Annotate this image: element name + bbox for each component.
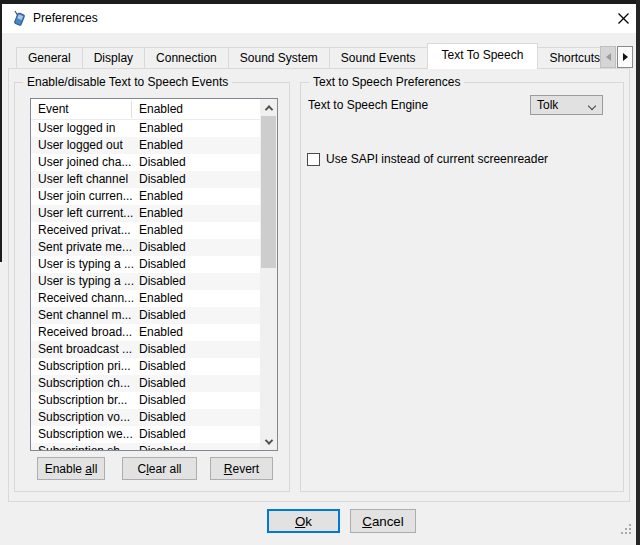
- event-cell: Sent channel m...: [38, 307, 131, 324]
- event-cell: User logged out: [38, 137, 123, 154]
- chevron-down-icon: [264, 436, 272, 444]
- sapi-checkbox[interactable]: [307, 153, 320, 166]
- app-icon: [11, 10, 28, 27]
- chevron-down-icon: [588, 102, 596, 110]
- list-item[interactable]: User left channelDisabled: [31, 171, 260, 188]
- enabled-cell: Disabled: [139, 154, 186, 171]
- list-item[interactable]: User is typing a ...Disabled: [31, 256, 260, 273]
- tts-engine-dropdown[interactable]: Tolk: [530, 95, 603, 115]
- scrollbar-up-button[interactable]: [260, 99, 277, 116]
- event-cell: Received chann...: [38, 290, 134, 307]
- enabled-cell: Enabled: [139, 120, 183, 137]
- list-item[interactable]: Received chann...Enabled: [31, 290, 260, 307]
- event-cell: Received broad...: [38, 324, 132, 341]
- arrow-right-icon: [623, 53, 628, 61]
- event-cell: User is typing a ...: [38, 273, 134, 290]
- desktop-edge-left: [0, 4, 2, 262]
- list-item[interactable]: Sent private me...Disabled: [31, 239, 260, 256]
- enabled-cell: Enabled: [139, 137, 183, 154]
- enabled-cell: Disabled: [139, 409, 186, 426]
- event-cell: Sent private me...: [38, 239, 132, 256]
- list-item[interactable]: User joined cha...Disabled: [31, 154, 260, 171]
- event-cell: Subscription br...: [38, 392, 127, 409]
- list-item[interactable]: Received broad...Enabled: [31, 324, 260, 341]
- enabled-cell: Disabled: [139, 273, 186, 290]
- arrow-left-icon: [606, 53, 611, 61]
- event-cell: User logged in: [38, 120, 115, 137]
- event-cell: Subscription we...: [38, 426, 133, 443]
- clear-all-button[interactable]: Clear all: [122, 457, 197, 480]
- list-item[interactable]: Subscription pri...Disabled: [31, 358, 260, 375]
- enabled-cell: Enabled: [139, 188, 183, 205]
- label-part: C: [362, 514, 372, 529]
- tab-text-to-speech[interactable]: Text To Speech: [427, 43, 539, 69]
- column-separator: [131, 101, 132, 118]
- column-header-event[interactable]: Event: [38, 99, 69, 120]
- tts-events-group-title: Enable/disable Text to Speech Events: [23, 75, 232, 89]
- list-item[interactable]: Subscription sh...Disabled: [31, 443, 260, 450]
- list-item[interactable]: User left current...Enabled: [31, 205, 260, 222]
- enabled-cell: Disabled: [139, 171, 186, 188]
- tab-bar: GeneralDisplayConnectionSound SystemSoun…: [16, 43, 600, 69]
- label-part: O: [295, 514, 305, 529]
- enabled-cell: Disabled: [139, 375, 186, 392]
- tts-event-list: Event Enabled User logged inEnabledUser …: [30, 98, 278, 451]
- enable-all-button[interactable]: Enable all: [37, 457, 105, 480]
- event-cell: User joined cha...: [38, 154, 131, 171]
- event-cell: User left channel: [38, 171, 128, 188]
- tab-scroll-right-button[interactable]: [617, 46, 633, 68]
- enabled-cell: Enabled: [139, 324, 183, 341]
- list-item[interactable]: User logged outEnabled: [31, 137, 260, 154]
- tab-connection[interactable]: Connection: [144, 47, 229, 69]
- enabled-cell: Enabled: [139, 222, 183, 239]
- list-item[interactable]: Sent channel m...Disabled: [31, 307, 260, 324]
- list-item[interactable]: User logged inEnabled: [31, 120, 260, 137]
- enabled-cell: Disabled: [139, 392, 186, 409]
- tab-display[interactable]: Display: [82, 47, 145, 69]
- event-list-rows: User logged inEnabledUser logged outEnab…: [31, 120, 260, 450]
- close-icon: [618, 13, 629, 24]
- tab-sound-events[interactable]: Sound Events: [329, 47, 428, 69]
- ok-button[interactable]: Ok: [267, 509, 340, 533]
- desktop-edge-right: [636, 0, 640, 545]
- tts-preferences-group-title: Text to Speech Preferences: [309, 75, 464, 89]
- enabled-cell: Disabled: [139, 239, 186, 256]
- list-item[interactable]: Received privat...Enabled: [31, 222, 260, 239]
- tab-sound-system[interactable]: Sound System: [228, 47, 330, 69]
- sapi-checkbox-label[interactable]: Use SAPI instead of current screenreader: [326, 152, 548, 166]
- tab-scroll-left-button[interactable]: [600, 46, 616, 68]
- list-item[interactable]: Subscription we...Disabled: [31, 426, 260, 443]
- cancel-button[interactable]: Cancel: [350, 509, 416, 533]
- enabled-cell: Disabled: [139, 426, 186, 443]
- event-cell: User join curren...: [38, 188, 133, 205]
- engine-label: Text to Speech Engine: [308, 95, 428, 115]
- list-item[interactable]: Subscription ch...Disabled: [31, 375, 260, 392]
- tab-general[interactable]: General: [16, 47, 83, 69]
- scrollbar-down-button[interactable]: [260, 433, 277, 450]
- list-scrollbar[interactable]: [260, 99, 277, 450]
- list-item[interactable]: Sent broadcast ...Disabled: [31, 341, 260, 358]
- list-item[interactable]: Subscription vo...Disabled: [31, 409, 260, 426]
- event-cell: User left current...: [38, 205, 133, 222]
- list-header: Event Enabled: [31, 99, 277, 120]
- resize-grip[interactable]: [621, 524, 634, 537]
- revert-button[interactable]: Revert: [210, 457, 273, 480]
- label-part: ear all: [149, 462, 182, 476]
- label-part: evert: [232, 462, 259, 476]
- event-cell: Subscription ch...: [38, 375, 130, 392]
- label-part: Enable: [45, 462, 86, 476]
- enabled-cell: Enabled: [139, 205, 183, 222]
- close-button[interactable]: [612, 8, 634, 29]
- window-title: Preferences: [33, 4, 98, 33]
- column-header-enabled[interactable]: Enabled: [139, 99, 183, 120]
- tab-shortcuts[interactable]: Shortcuts: [537, 47, 600, 69]
- list-item[interactable]: Subscription br...Disabled: [31, 392, 260, 409]
- label-part: ll: [92, 462, 97, 476]
- enabled-cell: Enabled: [139, 290, 183, 307]
- enabled-cell: Disabled: [139, 307, 186, 324]
- scrollbar-thumb[interactable]: [261, 116, 276, 268]
- list-item[interactable]: User join curren...Enabled: [31, 188, 260, 205]
- label-part: k: [305, 514, 312, 529]
- list-item[interactable]: User is typing a ...Disabled: [31, 273, 260, 290]
- dropdown-selected-value: Tolk: [537, 96, 558, 114]
